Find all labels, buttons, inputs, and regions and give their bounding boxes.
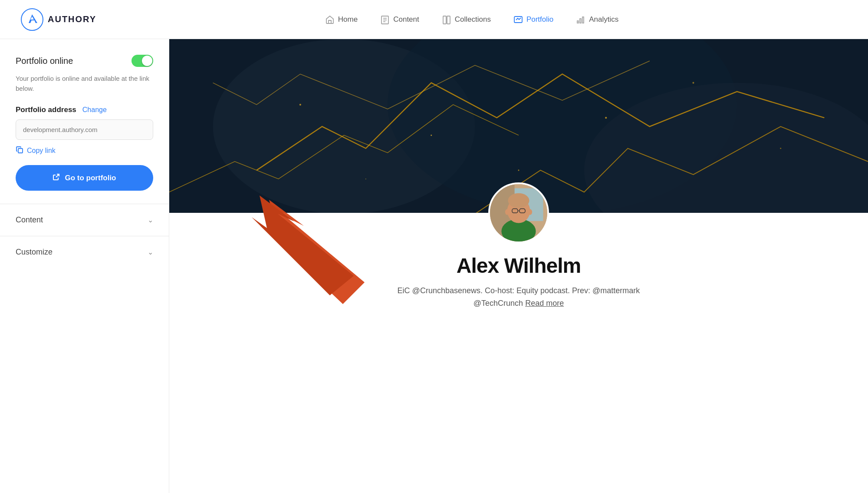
chevron-down-icon-customize: ⌄ [148,248,153,256]
svg-rect-10 [18,149,23,153]
logo-link[interactable]: AUTHORY [21,8,96,31]
read-more-link[interactable]: Read more [525,299,564,308]
svg-rect-8 [580,19,581,23]
profile-bio-text: EiC @Crunchbasenews. Co-host: Equity pod… [398,286,640,308]
main-nav: Home Content Collections [316,10,628,29]
nav-portfolio-label: Portfolio [526,15,553,24]
nav-home-label: Home [338,15,358,24]
svg-point-33 [528,209,532,215]
external-link-icon [53,173,60,183]
svg-point-20 [518,169,519,171]
svg-point-19 [780,148,781,149]
change-link[interactable]: Change [82,106,107,114]
content-icon [380,15,390,24]
home-icon [325,15,335,24]
nav-content[interactable]: Content [371,10,429,29]
portfolio-online-row: Portfolio online [16,55,153,67]
svg-point-31 [508,193,529,208]
portfolio-online-desc: Your portfolio is online and available a… [16,74,153,93]
portfolio-icon [513,15,523,24]
avatar-container [488,182,549,243]
chevron-down-icon-content: ⌄ [148,216,153,224]
navbar: AUTHORY Home Content [0,0,868,39]
svg-rect-4 [443,16,446,24]
svg-point-22 [692,82,694,84]
svg-point-16 [299,104,301,106]
copy-link-row[interactable]: Copy link [16,146,153,156]
portfolio-online-toggle[interactable] [132,55,153,67]
svg-point-17 [431,135,432,136]
portfolio-url-input[interactable] [16,119,153,140]
profile-bio: EiC @Crunchbasenews. Co-host: Equity pod… [388,285,649,310]
sidebar: Portfolio online Your portfolio is onlin… [0,39,169,493]
nav-home[interactable]: Home [316,10,367,29]
go-portfolio-label: Go to portfolio [65,174,116,182]
sidebar-section-content[interactable]: Content ⌄ [16,204,153,236]
nav-analytics[interactable]: Analytics [566,10,628,29]
svg-point-18 [605,117,607,119]
nav-collections-label: Collections [455,15,491,24]
profile-section: Alex Wilhelm EiC @Crunchbasenews. Co-hos… [169,213,868,493]
svg-rect-5 [447,16,450,24]
nav-content-label: Content [393,15,419,24]
profile-name: Alex Wilhelm [457,254,581,278]
collections-icon [442,15,451,24]
avatar-image [490,182,547,243]
copy-icon [16,146,23,156]
logo-text: AUTHORY [48,14,96,24]
nav-analytics-label: Analytics [589,15,618,24]
portfolio-address-row: Portfolio address Change [16,106,153,114]
sidebar-section-customize[interactable]: Customize ⌄ [16,236,153,268]
toggle-thumb [142,56,152,66]
logo-icon [21,8,43,31]
svg-point-21 [365,179,366,179]
portfolio-online-label: Portfolio online [16,56,73,66]
avatar [488,182,549,243]
svg-rect-7 [577,21,579,23]
svg-point-32 [505,209,509,215]
sidebar-section-content-label: Content [16,215,43,225]
svg-rect-6 [514,17,522,23]
main-layout: Portfolio online Your portfolio is onlin… [0,39,868,493]
portfolio-address-label: Portfolio address [16,106,76,114]
go-portfolio-button[interactable]: Go to portfolio [16,165,153,191]
sidebar-section-customize-label: Customize [16,248,53,257]
nav-collections[interactable]: Collections [432,10,500,29]
nav-portfolio[interactable]: Portfolio [504,10,563,29]
portfolio-preview: Alex Wilhelm EiC @Crunchbasenews. Co-hos… [169,39,868,493]
svg-rect-9 [582,17,584,23]
copy-link-label: Copy link [27,147,56,155]
portfolio-preview-area: Alex Wilhelm EiC @Crunchbasenews. Co-hos… [169,39,868,493]
analytics-icon [576,15,585,24]
